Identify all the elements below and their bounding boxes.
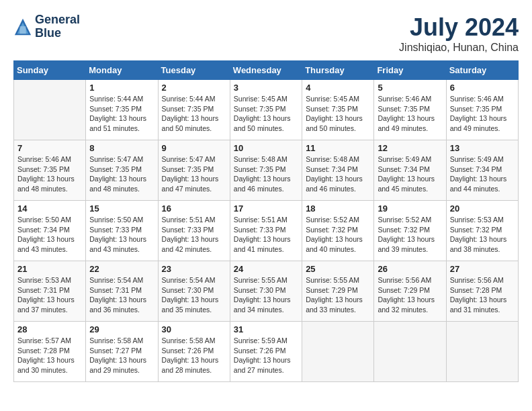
date-number: 15 bbox=[89, 203, 154, 214]
date-number: 29 bbox=[89, 324, 154, 334]
calendar-cell: 17Sunrise: 5:51 AM Sunset: 7:33 PM Dayli… bbox=[230, 201, 302, 261]
calendar-cell: 29Sunrise: 5:58 AM Sunset: 7:27 PM Dayli… bbox=[86, 322, 158, 382]
calendar-cell bbox=[374, 322, 446, 382]
calendar-cell: 7Sunrise: 5:46 AM Sunset: 7:35 PM Daylig… bbox=[14, 140, 86, 201]
date-number: 21 bbox=[17, 264, 82, 274]
cell-content: Sunrise: 5:52 AM Sunset: 7:32 PM Dayligh… bbox=[378, 215, 442, 255]
date-number: 19 bbox=[378, 203, 442, 214]
cell-content: Sunrise: 5:58 AM Sunset: 7:26 PM Dayligh… bbox=[162, 336, 226, 375]
date-number: 8 bbox=[89, 143, 154, 153]
date-number: 23 bbox=[162, 264, 226, 274]
calendar-cell: 8Sunrise: 5:47 AM Sunset: 7:35 PM Daylig… bbox=[86, 140, 158, 201]
cell-content: Sunrise: 5:54 AM Sunset: 7:31 PM Dayligh… bbox=[89, 275, 154, 315]
calendar-cell: 2Sunrise: 5:44 AM Sunset: 7:35 PM Daylig… bbox=[158, 80, 230, 140]
calendar-cell: 3Sunrise: 5:45 AM Sunset: 7:35 PM Daylig… bbox=[230, 80, 302, 140]
cell-content: Sunrise: 5:50 AM Sunset: 7:33 PM Dayligh… bbox=[89, 215, 154, 255]
date-number: 20 bbox=[450, 203, 515, 214]
date-number: 28 bbox=[17, 324, 82, 334]
col-header-wednesday: Wednesday bbox=[230, 61, 302, 80]
date-number: 27 bbox=[450, 264, 515, 274]
date-number: 5 bbox=[378, 83, 442, 93]
calendar-cell: 4Sunrise: 5:45 AM Sunset: 7:35 PM Daylig… bbox=[302, 80, 374, 140]
calendar-cell bbox=[446, 322, 518, 382]
cell-content: Sunrise: 5:52 AM Sunset: 7:32 PM Dayligh… bbox=[306, 215, 370, 255]
cell-content: Sunrise: 5:53 AM Sunset: 7:31 PM Dayligh… bbox=[17, 275, 82, 315]
col-header-saturday: Saturday bbox=[446, 61, 518, 80]
calendar-cell: 16Sunrise: 5:51 AM Sunset: 7:33 PM Dayli… bbox=[158, 201, 230, 261]
date-number: 17 bbox=[234, 203, 298, 214]
cell-content: Sunrise: 5:44 AM Sunset: 7:35 PM Dayligh… bbox=[89, 94, 154, 134]
cell-content: Sunrise: 5:46 AM Sunset: 7:35 PM Dayligh… bbox=[450, 94, 515, 134]
col-header-sunday: Sunday bbox=[14, 61, 86, 80]
date-number: 7 bbox=[17, 143, 82, 153]
col-header-thursday: Thursday bbox=[302, 61, 374, 80]
calendar-cell: 12Sunrise: 5:49 AM Sunset: 7:34 PM Dayli… bbox=[374, 140, 446, 201]
calendar-cell: 18Sunrise: 5:52 AM Sunset: 7:32 PM Dayli… bbox=[302, 201, 374, 261]
cell-content: Sunrise: 5:45 AM Sunset: 7:35 PM Dayligh… bbox=[306, 94, 370, 134]
date-number: 11 bbox=[306, 143, 370, 153]
cell-content: Sunrise: 5:46 AM Sunset: 7:35 PM Dayligh… bbox=[17, 154, 82, 194]
cell-content: Sunrise: 5:44 AM Sunset: 7:35 PM Dayligh… bbox=[162, 94, 226, 134]
col-header-friday: Friday bbox=[374, 61, 446, 80]
cell-content: Sunrise: 5:51 AM Sunset: 7:33 PM Dayligh… bbox=[234, 215, 298, 255]
calendar-cell: 28Sunrise: 5:57 AM Sunset: 7:28 PM Dayli… bbox=[14, 322, 86, 382]
date-number: 3 bbox=[234, 83, 298, 93]
calendar-cell: 19Sunrise: 5:52 AM Sunset: 7:32 PM Dayli… bbox=[374, 201, 446, 261]
col-header-tuesday: Tuesday bbox=[158, 61, 230, 80]
date-number: 24 bbox=[234, 264, 298, 274]
calendar-cell: 9Sunrise: 5:47 AM Sunset: 7:35 PM Daylig… bbox=[158, 140, 230, 201]
cell-content: Sunrise: 5:51 AM Sunset: 7:33 PM Dayligh… bbox=[162, 215, 226, 255]
cell-content: Sunrise: 5:48 AM Sunset: 7:35 PM Dayligh… bbox=[234, 154, 298, 194]
date-number: 18 bbox=[306, 203, 370, 214]
date-number: 4 bbox=[306, 83, 370, 93]
cell-content: Sunrise: 5:58 AM Sunset: 7:27 PM Dayligh… bbox=[89, 336, 154, 375]
cell-content: Sunrise: 5:55 AM Sunset: 7:29 PM Dayligh… bbox=[306, 275, 370, 315]
calendar-cell: 30Sunrise: 5:58 AM Sunset: 7:26 PM Dayli… bbox=[158, 322, 230, 382]
cell-content: Sunrise: 5:47 AM Sunset: 7:35 PM Dayligh… bbox=[162, 154, 226, 194]
cell-content: Sunrise: 5:53 AM Sunset: 7:32 PM Dayligh… bbox=[450, 215, 515, 255]
date-number: 16 bbox=[162, 203, 226, 214]
calendar-table: SundayMondayTuesdayWednesdayThursdayFrid… bbox=[13, 60, 519, 382]
cell-content: Sunrise: 5:54 AM Sunset: 7:30 PM Dayligh… bbox=[162, 275, 226, 315]
date-number: 25 bbox=[306, 264, 370, 274]
page-header: General Blue July 2024 Jinshiqiao, Hunan… bbox=[13, 13, 519, 54]
date-number: 31 bbox=[234, 324, 298, 334]
calendar-cell: 10Sunrise: 5:48 AM Sunset: 7:35 PM Dayli… bbox=[230, 140, 302, 201]
logo-text: General Blue bbox=[35, 13, 80, 40]
calendar-cell: 15Sunrise: 5:50 AM Sunset: 7:33 PM Dayli… bbox=[86, 201, 158, 261]
calendar-cell bbox=[14, 80, 86, 140]
date-number: 22 bbox=[89, 264, 154, 274]
date-number: 9 bbox=[162, 143, 226, 153]
date-number: 2 bbox=[162, 83, 226, 93]
calendar-cell bbox=[302, 322, 374, 382]
calendar-cell: 31Sunrise: 5:59 AM Sunset: 7:26 PM Dayli… bbox=[230, 322, 302, 382]
date-number: 6 bbox=[450, 83, 515, 93]
date-number: 13 bbox=[450, 143, 515, 153]
cell-content: Sunrise: 5:45 AM Sunset: 7:35 PM Dayligh… bbox=[234, 94, 298, 134]
date-number: 10 bbox=[234, 143, 298, 153]
cell-content: Sunrise: 5:46 AM Sunset: 7:35 PM Dayligh… bbox=[378, 94, 442, 134]
cell-content: Sunrise: 5:48 AM Sunset: 7:34 PM Dayligh… bbox=[306, 154, 370, 194]
subtitle: Jinshiqiao, Hunan, China bbox=[399, 42, 519, 54]
calendar-cell: 21Sunrise: 5:53 AM Sunset: 7:31 PM Dayli… bbox=[14, 261, 86, 322]
calendar-cell: 22Sunrise: 5:54 AM Sunset: 7:31 PM Dayli… bbox=[86, 261, 158, 322]
calendar-cell: 13Sunrise: 5:49 AM Sunset: 7:34 PM Dayli… bbox=[446, 140, 518, 201]
calendar-cell: 1Sunrise: 5:44 AM Sunset: 7:35 PM Daylig… bbox=[86, 80, 158, 140]
cell-content: Sunrise: 5:57 AM Sunset: 7:28 PM Dayligh… bbox=[17, 336, 82, 375]
calendar-cell: 27Sunrise: 5:56 AM Sunset: 7:28 PM Dayli… bbox=[446, 261, 518, 322]
cell-content: Sunrise: 5:56 AM Sunset: 7:29 PM Dayligh… bbox=[378, 275, 442, 315]
date-number: 26 bbox=[378, 264, 442, 274]
calendar-cell: 24Sunrise: 5:55 AM Sunset: 7:30 PM Dayli… bbox=[230, 261, 302, 322]
calendar-cell: 26Sunrise: 5:56 AM Sunset: 7:29 PM Dayli… bbox=[374, 261, 446, 322]
cell-content: Sunrise: 5:50 AM Sunset: 7:34 PM Dayligh… bbox=[17, 215, 82, 255]
calendar-cell: 23Sunrise: 5:54 AM Sunset: 7:30 PM Dayli… bbox=[158, 261, 230, 322]
calendar-cell: 20Sunrise: 5:53 AM Sunset: 7:32 PM Dayli… bbox=[446, 201, 518, 261]
logo-icon bbox=[13, 17, 32, 36]
cell-content: Sunrise: 5:49 AM Sunset: 7:34 PM Dayligh… bbox=[450, 154, 515, 194]
date-number: 30 bbox=[162, 324, 226, 334]
cell-content: Sunrise: 5:49 AM Sunset: 7:34 PM Dayligh… bbox=[378, 154, 442, 194]
svg-rect-2 bbox=[19, 26, 26, 34]
date-number: 14 bbox=[17, 203, 82, 214]
calendar-cell: 6Sunrise: 5:46 AM Sunset: 7:35 PM Daylig… bbox=[446, 80, 518, 140]
cell-content: Sunrise: 5:47 AM Sunset: 7:35 PM Dayligh… bbox=[89, 154, 154, 194]
